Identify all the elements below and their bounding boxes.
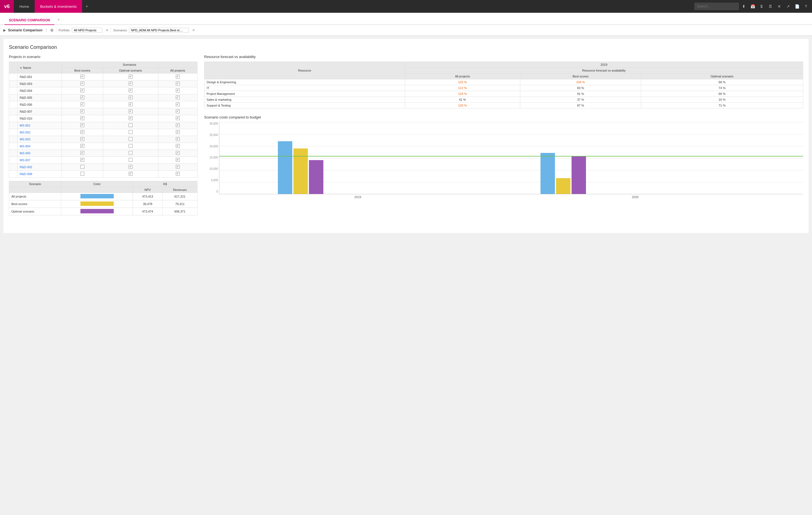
table-row-checkbox[interactable] <box>62 143 103 150</box>
table-col-allprojects[interactable]: All projects <box>158 68 197 74</box>
scenarios-select[interactable]: NPD_ADM.All NPD Projects.Best st.... <box>129 28 189 33</box>
table-row-checkbox[interactable] <box>158 74 197 80</box>
budget-line <box>220 156 803 157</box>
table-col-optimal[interactable]: Optimal scenario <box>103 68 158 74</box>
pdf-icon[interactable]: 📄 <box>793 2 801 10</box>
arrow-icon[interactable]: ↗ <box>784 2 792 10</box>
table-row-checkbox[interactable] <box>158 150 197 157</box>
resource-col1: All projects <box>405 74 520 79</box>
calendar2-icon[interactable]: 🗓 <box>766 2 774 10</box>
table-row-checkbox[interactable] <box>62 157 103 164</box>
table-row-name[interactable]: MS-004 <box>18 143 62 150</box>
table-row-checkbox[interactable] <box>62 150 103 157</box>
table-row-checkbox[interactable] <box>158 101 197 108</box>
nav-add-tab[interactable]: + <box>82 0 91 13</box>
resource-row-cell: 68 % <box>641 79 803 85</box>
table-row-checkbox[interactable] <box>158 87 197 94</box>
table-row-indicator <box>9 136 18 143</box>
table-row-checkbox[interactable] <box>103 150 158 157</box>
table-row-checkbox[interactable] <box>103 80 158 87</box>
table-row-checkbox[interactable] <box>158 136 197 143</box>
table-row-checkbox[interactable] <box>62 94 103 101</box>
table-row-checkbox[interactable] <box>103 129 158 136</box>
table-row-name[interactable]: MS-003 <box>18 136 62 143</box>
table-row-name[interactable]: R&D-008 <box>18 171 62 178</box>
table-row-checkbox[interactable] <box>103 157 158 164</box>
sliders-icon[interactable]: ⚙ <box>50 28 54 32</box>
table-row-checkbox[interactable] <box>158 115 197 122</box>
resource-row-cell: 125 % <box>405 79 520 85</box>
table-row-checkbox[interactable] <box>62 136 103 143</box>
tabs-bar: SCENARIO COMPARISON + <box>0 13 812 25</box>
table-row-checkbox[interactable] <box>158 157 197 164</box>
table-row-checkbox[interactable] <box>103 164 158 171</box>
table-col-name[interactable]: ▼ Name <box>18 62 62 74</box>
table-row-indicator <box>9 122 18 129</box>
scenarios-close[interactable]: ✕ <box>192 28 195 32</box>
nav-buckets[interactable]: Buckets & investments <box>35 0 82 13</box>
dollar-icon[interactable]: $ <box>758 2 765 10</box>
table-row-checkbox[interactable] <box>103 171 158 178</box>
legend-col-npv: NPV <box>133 187 163 193</box>
table-row-checkbox[interactable] <box>62 115 103 122</box>
legend-row-revenues: 79,311 <box>163 200 198 208</box>
portfolio-close[interactable]: ✕ <box>106 28 109 32</box>
table-row-checkbox[interactable] <box>62 101 103 108</box>
calendar-icon[interactable]: 📅 <box>749 2 757 10</box>
share-icon[interactable]: ⬆ <box>740 2 748 10</box>
table-row-checkbox[interactable] <box>62 164 103 171</box>
table-row-indicator <box>9 171 18 178</box>
table-row-checkbox[interactable] <box>158 164 197 171</box>
nav-home[interactable]: Home <box>14 0 35 13</box>
table-row-checkbox[interactable] <box>103 74 158 80</box>
search-input[interactable] <box>694 3 739 10</box>
table-row-checkbox[interactable] <box>158 108 197 115</box>
table-row-checkbox[interactable] <box>62 87 103 94</box>
table-col-best[interactable]: Best scores <box>62 68 103 74</box>
more-options-icon[interactable]: ⋮ <box>45 28 48 32</box>
app-logo: v6 <box>0 0 14 13</box>
legend-row-color <box>61 200 133 208</box>
table-row-checkbox[interactable] <box>158 122 197 129</box>
table-row-checkbox[interactable] <box>158 143 197 150</box>
table-row-name[interactable]: MS-001 <box>18 122 62 129</box>
table-row-checkbox[interactable] <box>62 122 103 129</box>
table-row-checkbox[interactable] <box>103 136 158 143</box>
legend-col-color: Color <box>61 181 133 187</box>
table-row-indicator <box>9 74 18 80</box>
table-row-checkbox[interactable] <box>62 129 103 136</box>
right-column: Resource forecast vs availability Resour… <box>204 55 803 215</box>
table-row-checkbox[interactable] <box>103 122 158 129</box>
table-row-checkbox[interactable] <box>62 171 103 178</box>
table-row-checkbox[interactable] <box>158 171 197 178</box>
legend-row-npv: 473,474 <box>133 208 163 215</box>
resource-row-cell: 74 % <box>641 85 803 91</box>
table-row-checkbox[interactable] <box>103 87 158 94</box>
portfolio-select[interactable]: All NPD Projects <box>72 28 102 33</box>
table-row-name[interactable]: MS-005 <box>18 150 62 157</box>
x-table-icon[interactable]: ✕ <box>775 2 783 10</box>
table-row-checkbox[interactable] <box>103 94 158 101</box>
table-row-name[interactable]: R&D-002 <box>18 164 62 171</box>
table-row-checkbox[interactable] <box>103 108 158 115</box>
table-row-checkbox[interactable] <box>158 129 197 136</box>
table-row-checkbox[interactable] <box>103 101 158 108</box>
table-row-name[interactable]: MS-002 <box>18 129 62 136</box>
table-row-checkbox[interactable] <box>158 80 197 87</box>
table-row-checkbox[interactable] <box>158 94 197 101</box>
table-row-checkbox[interactable] <box>62 74 103 80</box>
tab-add[interactable]: + <box>54 15 62 24</box>
table-row-checkbox[interactable] <box>62 80 103 87</box>
table-row-checkbox[interactable] <box>62 108 103 115</box>
chart-x-axis: 2019 2020 <box>219 195 803 199</box>
expand-button[interactable]: ▶ <box>3 28 6 32</box>
table-row-checkbox[interactable] <box>103 115 158 122</box>
table-row-name[interactable]: MS-007 <box>18 157 62 164</box>
resource-col-year: 2019 <box>405 62 803 68</box>
table-row-checkbox[interactable] <box>103 143 158 150</box>
tab-scenario-comparison[interactable]: SCENARIO COMPARISON <box>4 16 54 25</box>
filter-title: Scenario Comparison <box>8 28 42 32</box>
help-icon[interactable]: ? <box>802 2 810 10</box>
legend-row-revenues: 606,371 <box>163 208 198 215</box>
bar-2019-allprojects <box>278 141 292 194</box>
